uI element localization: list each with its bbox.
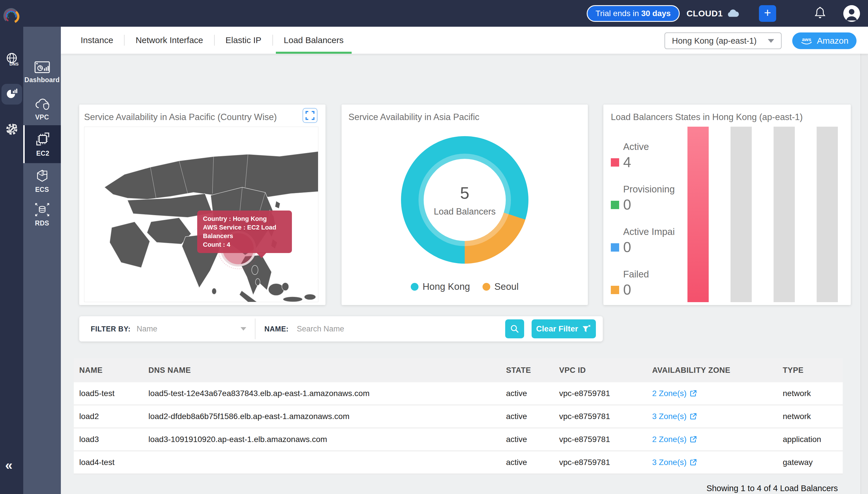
cell-state: active <box>506 412 559 421</box>
name-label: NAME: <box>264 325 289 333</box>
load-balancers-table: NAME DNS NAME STATE VPC ID AVAILABILITY … <box>74 358 843 474</box>
col-header-name[interactable]: NAME <box>79 366 149 375</box>
dns-globe-icon: DNS <box>4 52 19 68</box>
notifications-bell-icon[interactable] <box>814 6 826 21</box>
aws-logo-icon: aws <box>800 37 813 45</box>
sidebar-item-label: VPC <box>35 113 49 121</box>
sidebar-item-rds[interactable]: RDS <box>23 200 61 230</box>
app-window: DNS « Trial ends in 30 d <box>0 0 868 494</box>
cell-vpc: vpc-e8759781 <box>559 458 652 467</box>
donut-total-label: Load Balancers <box>434 207 495 217</box>
cell-vpc: vpc-e8759781 <box>559 435 652 444</box>
zones-link[interactable]: 3 Zone(s) <box>652 412 783 421</box>
sidebar-item-ec2[interactable]: EC2 <box>23 125 61 163</box>
zones-label: 2 Zone(s) <box>652 389 687 398</box>
region-value: Hong Kong (ap-east-1) <box>672 36 757 46</box>
legend-label: Hong Kong <box>422 281 470 292</box>
sidebar-item-ecs[interactable]: ECS <box>23 166 61 196</box>
legend-dot <box>482 283 490 291</box>
ecs-cube-icon <box>35 169 50 183</box>
cell-name: load5-test <box>79 389 149 398</box>
legend-dot <box>411 283 418 291</box>
chevron-down-icon[interactable] <box>240 327 246 330</box>
topbar: Trial ends in 30 days CLOUD1 + <box>23 0 868 27</box>
bar-failed[interactable] <box>816 127 838 302</box>
sidebar-item-label: Dashboard <box>24 76 60 84</box>
tooltip-service: AWS Service : EC2 Load Balancers <box>203 223 286 241</box>
trial-badge[interactable]: Trial ends in 30 days <box>587 5 680 22</box>
col-header-vpc-id[interactable]: VPC ID <box>559 366 652 375</box>
provider-label: Amazon <box>817 36 848 46</box>
provider-amazon-button[interactable]: aws Amazon <box>792 33 856 49</box>
col-header-type[interactable]: TYPE <box>783 366 843 375</box>
cell-state: active <box>506 389 559 398</box>
cell-dns: load2-dfdeb8a6b75f1586.elb.ap-east-1.ama… <box>149 412 506 421</box>
tab-elastic-ip[interactable]: Elastic IP <box>215 27 272 54</box>
cell-name: load3 <box>79 435 149 444</box>
scrollbar[interactable] <box>861 54 868 494</box>
zones-label: 3 Zone(s) <box>652 458 687 467</box>
tab-load-balancers[interactable]: Load Balancers <box>273 27 355 54</box>
sidebar-collapse-button[interactable]: « <box>5 457 12 473</box>
tab-instance[interactable]: Instance <box>70 27 124 54</box>
zones-link[interactable]: 3 Zone(s) <box>652 458 783 467</box>
clear-filter-button[interactable]: Clear Filter <box>532 319 596 338</box>
tab-label: Load Balancers <box>284 35 343 45</box>
user-avatar[interactable] <box>843 5 860 22</box>
tooltip-count: Count : 4 <box>203 241 286 249</box>
filter-by-label: FILTER BY: <box>91 325 131 333</box>
bar-active[interactable] <box>688 127 709 302</box>
zones-link[interactable]: 2 Zone(s) <box>652 389 783 398</box>
donut-legend: Hong Kong Seoul <box>341 281 588 292</box>
sidebar-item-dns[interactable]: DNS <box>0 51 23 69</box>
asia-map[interactable]: Country : Hong Kong AWS Service : EC2 Lo… <box>84 127 318 302</box>
search-input[interactable]: Search Name <box>297 325 344 334</box>
sidebar-item-vpc[interactable]: VPC <box>23 95 61 124</box>
sidebar-item-dashboard[interactable]: Dashboard <box>23 58 61 87</box>
region-dropdown[interactable]: Hong Kong (ap-east-1) <box>665 33 782 49</box>
zones-label: 2 Zone(s) <box>652 435 687 444</box>
map-tooltip: Country : Hong Kong AWS Service : EC2 Lo… <box>197 210 292 253</box>
legend-item-hong-kong[interactable]: Hong Kong <box>411 281 470 292</box>
cell-type: application <box>783 435 843 444</box>
col-header-state[interactable]: STATE <box>506 366 559 375</box>
bar-provisioning[interactable] <box>730 127 752 302</box>
tab-network-interface[interactable]: Network Interface <box>124 27 214 54</box>
tab-label: Instance <box>81 35 113 45</box>
table-row[interactable]: load4-test active vpc-e8759781 3 Zone(s)… <box>74 451 843 474</box>
search-button[interactable] <box>505 319 524 338</box>
donut-card-title: Service Availability in Asia Pacific <box>349 112 479 122</box>
cell-type: gateway <box>783 458 843 467</box>
legend-label: Seoul <box>494 281 518 292</box>
app-logo-icon[interactable] <box>2 7 21 25</box>
fullscreen-button[interactable] <box>302 108 317 123</box>
table-row[interactable]: load5-test load5-test-12e43a67ea837843.e… <box>74 382 843 405</box>
tab-label: Elastic IP <box>225 35 261 45</box>
table-row[interactable]: load3 load3-1091910920.ap-east-1.elb.ama… <box>74 428 843 451</box>
add-button[interactable]: + <box>759 5 776 22</box>
col-header-dns-name[interactable]: DNS NAME <box>149 366 506 375</box>
donut-chart[interactable]: 5 Load Balancers <box>401 136 529 264</box>
legend-item-seoul[interactable]: Seoul <box>482 281 518 292</box>
pagination-summary: Showing 1 to 4 of 4 Load Balancers <box>706 484 838 493</box>
filter-by-dropdown[interactable]: Name <box>137 325 157 334</box>
svg-text:aws: aws <box>802 37 811 42</box>
col-header-availability-zone[interactable]: AVAILABILITY ZONE <box>652 366 783 375</box>
tooltip-pointer <box>256 252 267 258</box>
service-sidebar: Dashboard VPC EC2 ECS <box>23 27 61 494</box>
external-link-icon <box>689 436 697 443</box>
org-switcher[interactable]: CLOUD1 <box>687 8 739 18</box>
bar-active-impaired[interactable] <box>773 127 795 302</box>
search-icon <box>510 324 520 334</box>
cell-dns: load5-test-12e43a67ea837843.elb.ap-east-… <box>149 389 506 398</box>
sidebar-item-label: ECS <box>35 186 49 194</box>
clear-filter-label: Clear Filter <box>536 324 578 334</box>
ec2-chip-icon <box>35 131 51 147</box>
tab-bar: Instance Network Interface Elastic IP Lo… <box>61 27 868 54</box>
cell-vpc: vpc-e8759781 <box>559 412 652 421</box>
zones-link[interactable]: 2 Zone(s) <box>652 435 783 444</box>
bar-chart[interactable] <box>603 127 851 302</box>
table-row[interactable]: load2 load2-dfdeb8a6b75f1586.elb.ap-east… <box>74 405 843 428</box>
sidebar-item-settings[interactable] <box>0 120 23 138</box>
sidebar-item-analytics[interactable] <box>0 83 23 106</box>
